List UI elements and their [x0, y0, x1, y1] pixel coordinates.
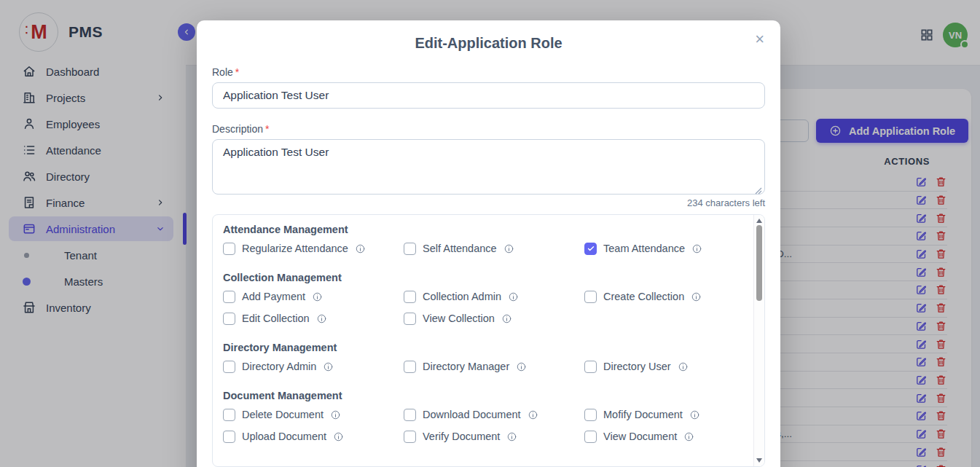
- info-icon: [503, 243, 514, 254]
- info-icon: [312, 291, 323, 302]
- permission-team-attendance[interactable]: Team Attendance: [584, 241, 749, 256]
- checkbox-unchecked[interactable]: [223, 291, 235, 303]
- permission-label: View Document: [603, 431, 677, 442]
- checkbox-unchecked[interactable]: [404, 361, 416, 373]
- permission-collection-admin[interactable]: Collection Admin: [404, 289, 584, 304]
- checkbox-unchecked[interactable]: [223, 361, 235, 373]
- permission-section-title: Collection Management: [223, 272, 749, 283]
- permission-label: Directory User: [603, 361, 671, 372]
- permissions-list: Attendance ManagementRegularize Attendan…: [213, 215, 753, 466]
- info-icon: [516, 361, 527, 372]
- info-icon: [323, 361, 334, 372]
- checkbox-checked[interactable]: [584, 243, 597, 255]
- required-asterisk: *: [235, 66, 239, 78]
- permission-directory-user[interactable]: Directory User: [584, 359, 749, 374]
- permission-label: Add Payment: [242, 291, 305, 302]
- info-icon: [508, 291, 519, 302]
- check-icon: [587, 244, 595, 253]
- permission-verify-document[interactable]: Verify Document: [404, 429, 584, 444]
- permission-mofify-document[interactable]: Mofify Document: [584, 407, 749, 422]
- info-icon: [330, 409, 341, 420]
- permissions-scrollbar[interactable]: [753, 215, 764, 466]
- permission-label: Mofify Document: [603, 409, 683, 420]
- info-icon: [506, 431, 517, 442]
- info-icon: [683, 431, 694, 442]
- scroll-down-arrow-icon[interactable]: [756, 458, 762, 463]
- permission-label: Create Collection: [603, 291, 684, 302]
- checkbox-unchecked[interactable]: [223, 313, 235, 325]
- checkbox-unchecked[interactable]: [404, 243, 416, 255]
- permission-label: Self Attendance: [423, 243, 497, 254]
- edit-application-role-modal: Edit-Application Role × Role* Descriptio…: [197, 20, 780, 467]
- checkbox-unchecked[interactable]: [404, 291, 416, 303]
- modal-title: Edit-Application Role: [197, 20, 780, 52]
- permission-section: Document ManagementDelete DocumentDownlo…: [223, 390, 749, 444]
- checkbox-unchecked[interactable]: [223, 243, 235, 255]
- description-label: Description*: [212, 123, 765, 135]
- checkbox-unchecked[interactable]: [223, 409, 235, 421]
- permission-download-document[interactable]: Download Document: [404, 407, 584, 422]
- checkbox-unchecked[interactable]: [584, 291, 597, 303]
- permission-label: Download Document: [423, 409, 521, 420]
- permission-regularize-attendance[interactable]: Regularize Attendance: [223, 241, 404, 256]
- permission-view-collection[interactable]: View Collection: [404, 311, 584, 326]
- info-icon: [355, 243, 366, 254]
- permission-label: View Collection: [423, 313, 495, 324]
- permission-label: Edit Collection: [242, 313, 310, 324]
- permission-section: Directory ManagementDirectory AdminDirec…: [223, 342, 749, 374]
- permission-directory-admin[interactable]: Directory Admin: [223, 359, 404, 374]
- permission-delete-document[interactable]: Delete Document: [223, 407, 404, 422]
- permission-upload-document[interactable]: Upload Document: [223, 429, 404, 444]
- checkbox-unchecked[interactable]: [584, 361, 597, 373]
- permission-label: Team Attendance: [603, 243, 685, 254]
- permission-edit-collection[interactable]: Edit Collection: [223, 311, 404, 326]
- checkbox-unchecked[interactable]: [223, 431, 235, 443]
- permission-section-title: Directory Management: [223, 342, 749, 353]
- permission-label: Upload Document: [242, 431, 326, 442]
- required-asterisk: *: [265, 123, 269, 135]
- permission-directory-manager[interactable]: Directory Manager: [404, 359, 584, 374]
- role-label: Role*: [212, 66, 765, 78]
- permission-section: Collection ManagementAdd PaymentCollecti…: [223, 272, 749, 326]
- info-icon: [691, 291, 702, 302]
- permission-add-payment[interactable]: Add Payment: [223, 289, 404, 304]
- scrollbar-thumb[interactable]: [756, 225, 762, 301]
- scroll-up-arrow-icon[interactable]: [756, 219, 762, 223]
- permission-label: Collection Admin: [423, 291, 501, 302]
- info-icon: [501, 313, 512, 324]
- permission-section-title: Attendance Management: [223, 224, 749, 235]
- resize-handle-icon[interactable]: [755, 184, 762, 192]
- permission-label: Directory Manager: [423, 361, 509, 372]
- app-root: M PMS DashboardProjectsEmployeesAttendan…: [0, 0, 980, 467]
- permissions-box: Attendance ManagementRegularize Attendan…: [212, 214, 765, 467]
- permission-label: Regularize Attendance: [242, 243, 348, 254]
- description-textarea[interactable]: [212, 139, 765, 195]
- checkbox-unchecked[interactable]: [404, 431, 416, 443]
- info-icon: [689, 409, 700, 420]
- checkbox-unchecked[interactable]: [584, 409, 597, 421]
- permission-self-attendance[interactable]: Self Attendance: [404, 241, 584, 256]
- permission-view-document[interactable]: View Document: [584, 429, 749, 444]
- info-icon: [528, 409, 538, 420]
- info-icon: [691, 243, 702, 254]
- checkbox-unchecked[interactable]: [584, 431, 597, 443]
- checkbox-unchecked[interactable]: [404, 313, 416, 325]
- permission-label: Delete Document: [242, 409, 324, 420]
- checkbox-unchecked[interactable]: [404, 409, 416, 421]
- info-icon: [333, 431, 344, 442]
- permission-label: Verify Document: [423, 431, 500, 442]
- role-input[interactable]: [212, 82, 765, 109]
- info-icon: [316, 313, 327, 324]
- permission-section-title: Document Management: [223, 390, 749, 401]
- info-icon: [678, 361, 689, 372]
- characters-left-counter: 234 characters left: [212, 197, 765, 208]
- permission-create-collection[interactable]: Create Collection: [584, 289, 749, 304]
- close-icon[interactable]: ×: [750, 27, 769, 52]
- permission-section: Attendance ManagementRegularize Attendan…: [223, 224, 749, 256]
- permission-label: Directory Admin: [242, 361, 316, 372]
